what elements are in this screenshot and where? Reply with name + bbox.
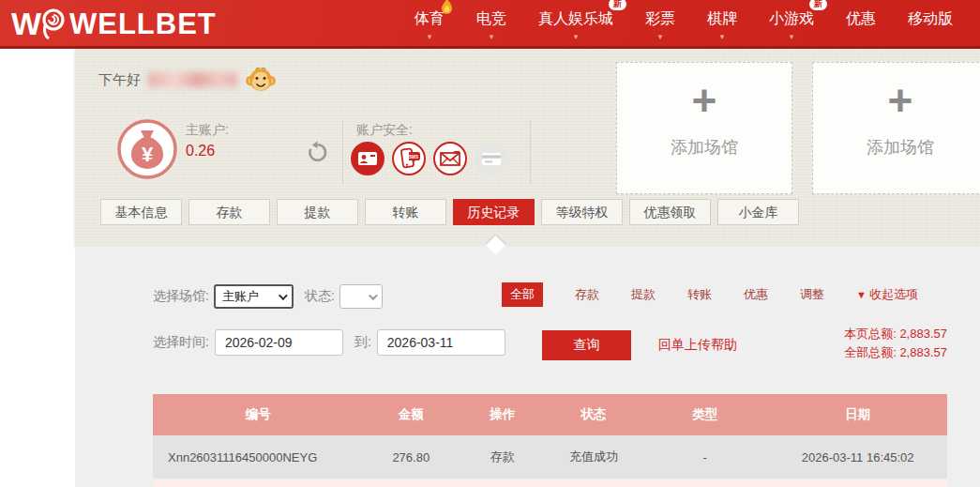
refresh-balance-button[interactable] bbox=[306, 141, 329, 168]
cell-operation: 存款 bbox=[459, 435, 546, 479]
account-panel: 下午好 ¥ 主账户: bbox=[75, 49, 980, 246]
divider bbox=[530, 120, 531, 184]
venue-select[interactable]: 主账户 bbox=[214, 284, 294, 309]
svg-text:¥: ¥ bbox=[142, 143, 154, 166]
filter-withdraw[interactable]: 提款 bbox=[631, 286, 656, 303]
refresh-icon bbox=[306, 141, 329, 164]
tab-history[interactable]: 历史记录 bbox=[453, 199, 535, 225]
table-header-row: 编号 金额 操作 状态 类型 日期 bbox=[153, 394, 947, 435]
chevron-down-icon bbox=[369, 291, 378, 300]
date-to-input[interactable] bbox=[377, 329, 505, 356]
chevron-down-icon: ▾ bbox=[490, 32, 494, 41]
cell-date: 2026-03-11 16:45:02 bbox=[768, 435, 947, 479]
add-venue-button-2[interactable]: + 添加场馆 bbox=[812, 62, 980, 194]
account-security-label: 账户安全: bbox=[356, 122, 413, 139]
main-account-label: 主账户: bbox=[186, 122, 229, 139]
chevron-down-icon: ▾ bbox=[790, 32, 794, 41]
time-select-label: 选择时间: bbox=[153, 334, 209, 351]
tab-vault[interactable]: 小金库 bbox=[717, 199, 799, 225]
collapse-options-label: 收起选项 bbox=[869, 286, 918, 303]
money-bag-icon: ¥ bbox=[116, 118, 178, 180]
date-from-input[interactable] bbox=[215, 329, 343, 356]
page-total-label: 本页总额: bbox=[844, 327, 897, 341]
nav-item-live-casino[interactable]: 新 真人娱乐城 ▾ bbox=[538, 8, 613, 38]
add-venue-label: 添加场馆 bbox=[617, 136, 792, 159]
main-nav: 体育 ▾ 电竞 ▾ 新 真人娱乐城 ▾ 彩票 ▾ 棋牌 ▾ 新 小游 bbox=[415, 0, 953, 46]
col-header-status: 状态 bbox=[546, 394, 641, 435]
filter-transfer[interactable]: 转账 bbox=[687, 286, 712, 303]
filter-adjust[interactable]: 调整 bbox=[800, 286, 824, 303]
add-venue-label: 添加场馆 bbox=[813, 136, 980, 159]
nav-item-promotions[interactable]: 优惠 bbox=[846, 8, 876, 38]
nav-item-card-games[interactable]: 棋牌 ▾ bbox=[707, 8, 737, 38]
chevron-down-icon: ▾ bbox=[574, 32, 579, 41]
next-table-row-partial bbox=[153, 480, 947, 487]
wellbet-logo[interactable]: W WELLBET bbox=[11, 7, 217, 42]
status-select[interactable] bbox=[339, 284, 383, 309]
nav-item-sports[interactable]: 体育 ▾ bbox=[415, 8, 445, 38]
tab-promo-claim[interactable]: 优惠领取 bbox=[629, 199, 711, 225]
query-button[interactable]: 查询 bbox=[542, 330, 631, 360]
email-icon[interactable] bbox=[432, 141, 468, 176]
add-venue-button-1[interactable]: + 添加场馆 bbox=[616, 62, 792, 194]
cell-amount: 276.80 bbox=[363, 435, 459, 479]
cell-type: - bbox=[641, 435, 769, 479]
nav-item-lottery[interactable]: 彩票 ▾ bbox=[645, 8, 675, 38]
nav-label: 小游戏 bbox=[769, 10, 814, 26]
filter-promo[interactable]: 优惠 bbox=[744, 286, 768, 303]
main-account-balance: 0.26 bbox=[186, 143, 215, 160]
top-nav-bar: W WELLBET 体育 ▾ 电竞 ▾ bbox=[0, 0, 980, 49]
tab-transfer[interactable]: 转账 bbox=[365, 199, 446, 225]
new-badge: 新 bbox=[809, 0, 827, 10]
logo-text: WELLBET bbox=[69, 8, 217, 41]
fire-icon bbox=[441, 0, 453, 18]
venue-select-label: 选择场馆: bbox=[153, 288, 209, 305]
status-select-label: 状态: bbox=[305, 288, 335, 305]
venue-filter-row: 选择场馆: 主账户 状态: bbox=[153, 284, 383, 309]
receipt-upload-help-link[interactable]: 回单上传帮助 bbox=[658, 337, 737, 354]
tab-basic-info[interactable]: 基本信息 bbox=[100, 199, 182, 225]
plus-icon: + bbox=[813, 78, 980, 123]
triangle-down-icon: ▼ bbox=[856, 289, 867, 300]
col-header-date: 日期 bbox=[768, 394, 947, 435]
wellbet-account-page: W WELLBET 体育 ▾ 电竞 ▾ bbox=[0, 0, 980, 487]
svg-text:W: W bbox=[11, 7, 42, 41]
tab-deposit[interactable]: 存款 bbox=[188, 199, 270, 225]
greeting-text: 下午好 bbox=[98, 71, 141, 89]
main-account-icon: ¥ bbox=[116, 118, 178, 184]
all-total-value: 2,883.57 bbox=[899, 345, 947, 359]
new-badge: 新 bbox=[609, 0, 626, 10]
chevron-down-icon: ▾ bbox=[720, 32, 725, 41]
collapse-options-link[interactable]: ▼ 收起选项 bbox=[856, 286, 918, 303]
col-header-operation: 操作 bbox=[459, 394, 546, 435]
cell-id: Xnn26031116450000NEYG bbox=[153, 435, 363, 479]
divider bbox=[342, 120, 343, 184]
totals-summary: 本页总额: 2,883.57 全部总额: 2,883.57 bbox=[844, 325, 947, 362]
security-icons-row: SMS bbox=[350, 141, 509, 176]
nav-label: 优惠 bbox=[846, 10, 876, 26]
col-header-id: 编号 bbox=[153, 394, 363, 435]
phone-sms-icon[interactable]: SMS bbox=[391, 141, 427, 176]
filter-deposit[interactable]: 存款 bbox=[575, 286, 599, 303]
col-header-type: 类型 bbox=[641, 394, 769, 435]
cell-status: 充值成功 bbox=[546, 435, 641, 479]
wellbet-logo-icon: W bbox=[11, 7, 66, 42]
account-tabs: 基本信息 存款 提款 转账 历史记录 等级特权 优惠领取 小金库 bbox=[100, 199, 799, 225]
nav-item-mobile-version[interactable]: 移动版 bbox=[908, 8, 953, 38]
col-header-amount: 金额 bbox=[363, 394, 459, 435]
tab-withdraw[interactable]: 提款 bbox=[277, 199, 358, 225]
all-total-label: 全部总额: bbox=[844, 345, 897, 359]
plus-icon: + bbox=[617, 78, 792, 123]
nav-item-esports[interactable]: 电竞 ▾ bbox=[476, 8, 506, 38]
id-card-icon[interactable] bbox=[350, 141, 385, 176]
filter-all[interactable]: 全部 bbox=[502, 282, 543, 307]
table-row: Xnn26031116450000NEYG 276.80 存款 充值成功 - 2… bbox=[153, 435, 947, 479]
nav-item-mini-games[interactable]: 新 小游戏 ▾ bbox=[769, 8, 814, 38]
bank-card-icon[interactable] bbox=[474, 141, 509, 176]
tab-vip-privileges[interactable]: 等级特权 bbox=[541, 199, 623, 225]
greeting-row: 下午好 bbox=[98, 64, 277, 96]
type-filter-links: 全部 存款 提款 转账 优惠 调整 ▼ 收起选项 bbox=[502, 284, 918, 305]
blurred-username bbox=[148, 72, 237, 87]
chevron-down-icon: ▾ bbox=[658, 32, 663, 41]
nav-label: 棋牌 bbox=[707, 10, 737, 26]
